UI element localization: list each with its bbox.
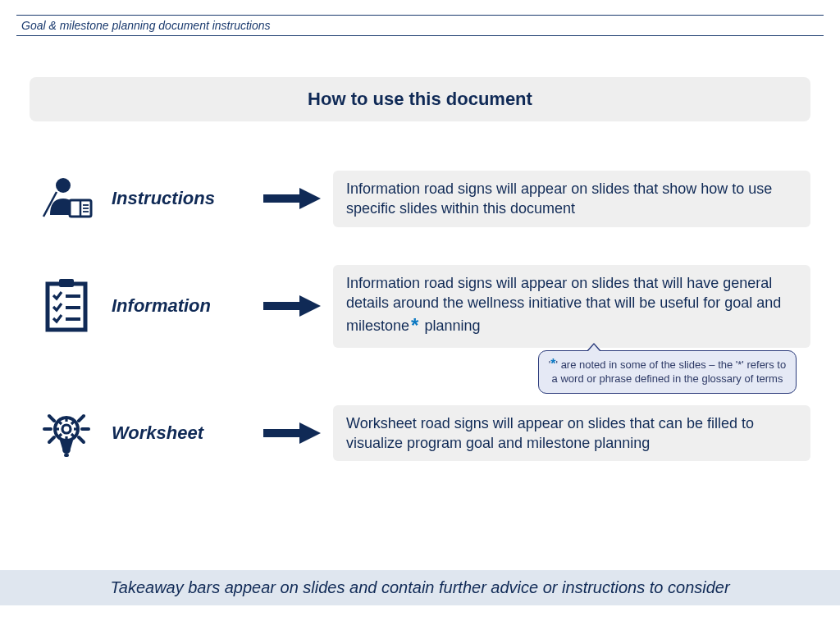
worksheet-icon	[30, 406, 103, 460]
svg-rect-33	[263, 429, 299, 437]
svg-line-30	[79, 416, 84, 421]
callout-text: ' are noted in some of the slides – the …	[552, 358, 787, 386]
glossary-callout: '*' are noted in some of the slides – th…	[538, 350, 797, 395]
svg-point-0	[56, 178, 71, 193]
footer-text: Takeaway bars appear on slides and conta…	[110, 578, 729, 596]
rows-container: Instructions Information road signs will…	[30, 171, 810, 461]
svg-line-29	[49, 416, 54, 421]
row-label: Instructions	[112, 188, 251, 209]
arrow-icon	[259, 422, 325, 444]
desc-text-post: planning	[420, 317, 480, 334]
svg-rect-14	[263, 302, 299, 310]
page-title: How to use this document	[30, 89, 810, 110]
header-rule-bottom	[16, 35, 824, 36]
svg-rect-26	[64, 454, 69, 457]
row-worksheet: Worksheet Worksheet road signs will appe…	[30, 405, 810, 462]
svg-line-32	[79, 437, 84, 442]
row-label: Worksheet	[112, 422, 251, 444]
svg-point-17	[62, 425, 71, 433]
svg-marker-8	[299, 188, 321, 209]
svg-marker-34	[299, 422, 321, 444]
arrow-icon	[259, 188, 325, 209]
header-label: Goal & milestone planning document instr…	[0, 16, 840, 35]
information-icon	[30, 279, 103, 333]
title-bar: How to use this document	[30, 77, 810, 121]
instructions-icon	[30, 176, 103, 221]
svg-line-24	[58, 434, 62, 437]
svg-rect-7	[263, 194, 299, 203]
row-description: Information road signs will appear on sl…	[333, 265, 810, 348]
asterisk-icon: *	[409, 314, 420, 336]
row-description: Information road signs will appear on sl…	[333, 171, 810, 227]
takeaway-bar: Takeaway bars appear on slides and conta…	[0, 570, 840, 605]
svg-line-22	[58, 421, 62, 424]
svg-line-25	[71, 421, 75, 424]
svg-rect-10	[59, 279, 74, 287]
svg-line-31	[49, 437, 54, 442]
svg-marker-15	[299, 295, 321, 317]
row-instructions: Instructions Information road signs will…	[30, 171, 810, 227]
row-description: Worksheet road signs will appear on slid…	[333, 405, 810, 462]
svg-line-23	[71, 434, 75, 437]
row-information: Information Information road signs will …	[30, 265, 810, 348]
row-label: Information	[112, 295, 251, 317]
arrow-icon	[259, 295, 325, 317]
